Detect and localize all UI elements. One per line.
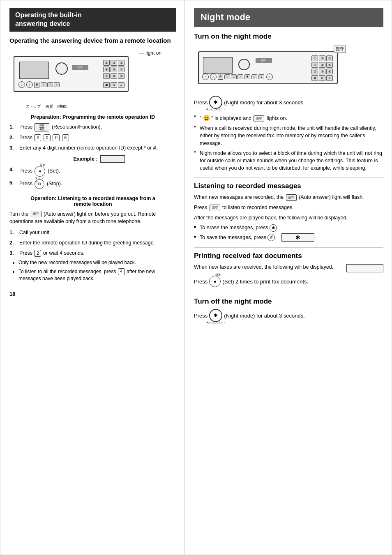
set-icon: 決定 ● — [209, 276, 221, 287]
step-5: 5. Press ストップ ⊖ (Stop). — [9, 179, 176, 189]
bottom-labels: ストップ 画質 （機能） — [26, 104, 69, 109]
listening-intro: When new messages are recorded, the 固守 (… — [194, 193, 383, 201]
night-mode-title: Night mode — [194, 8, 383, 27]
night-mode-star-icon-2: ✱かんたんモード ✱ — [209, 309, 222, 322]
example-row: Example : — [22, 155, 176, 163]
op-bullet-list: Only the new recorded messages will be p… — [9, 259, 176, 282]
op-bullet-2: To listen to all the recorded messages, … — [18, 268, 176, 283]
turn-on-heading: Turn on the night mode — [194, 32, 383, 41]
light-on-label: — light on — [139, 50, 161, 56]
erase-bullet: To erase the messages, press ✱. — [194, 224, 383, 232]
op-step-1: 1. Call your unit. — [9, 229, 176, 237]
listening-heading: Listening to recorded messages — [194, 177, 383, 190]
step-3: 3. Enter any 4-digit number (remote oper… — [9, 144, 176, 152]
main-title: Operating the built-in answering device — [9, 8, 176, 32]
listening-after: After the messages are played back, the … — [194, 214, 383, 222]
left-column: Operating the built-in answering device … — [0, 0, 185, 555]
listening-erase-save: To erase the messages, press ✱. To save … — [194, 224, 383, 242]
turnoff-heading: Turn off the night mode — [194, 293, 383, 306]
auto-answer-icon-2: 固守 — [286, 194, 297, 201]
op-bullet-1: Only the new recorded messages will be p… — [18, 259, 176, 266]
op-step-3: 3. Press 2 or wait 4 seconds. — [9, 249, 176, 257]
device-diagram-right: ①②③ ④⑤⑥ ⑦⑧⑨ ✱0# ○ ○ θ ○ ○ ○ — [198, 46, 346, 89]
printing-heading: Printing received fax documents — [194, 247, 383, 260]
auto-answer-icon-left: 固守 — [31, 211, 42, 217]
press-night-mode-line: Press ✱かんたんモード ✱ (Night mode) for about … — [194, 96, 383, 109]
bullet-1: " 😀 " is displayed and 固守 lights on. — [194, 114, 383, 122]
night-mode-bullets: " 😀 " is displayed and 固守 lights on. Whe… — [194, 114, 383, 172]
device-diagram-left: ①②③ ④⑤⑥ ⑦⑧⑨ ✱0# ○ ○ θ ○ ○ ○ — [14, 48, 161, 102]
listening-press-line: Press 固守 to listen to recorded messages. — [194, 204, 383, 212]
auto-answer-press-icon: 固守 — [210, 205, 220, 211]
printing-set-line: Press 決定 ● (Set) 2 times to print fax do… — [194, 276, 383, 287]
night-mode-star-icon: ✱かんたんモード ✱ — [209, 96, 222, 109]
step-4: 4. Press 決定 ● (Set). — [9, 166, 176, 177]
step-1: 1. Press 画質 機能 (Resolution/Function). — [9, 123, 176, 131]
operation-heading: Operation: Listening to a recorded messa… — [9, 196, 176, 207]
printing-intro: When new faxes are received, the followi… — [194, 263, 343, 271]
step-2: 2. Press # 0 0 6. — [9, 134, 176, 142]
steps-4-5: 4. Press 決定 ● (Set). 5. Press ストップ ⊖ — [9, 166, 176, 189]
page-number: 18 — [9, 291, 176, 297]
save-bullet: To save the messages, press #. — [194, 234, 277, 242]
prep-heading: Preparation: Programming the remote oper… — [9, 114, 176, 120]
right-column: Night mode Turn on the night mode ①②③ ④⑤… — [185, 0, 392, 555]
bullet-3: Night mode allows you to select a block … — [194, 150, 383, 172]
operation-steps: 1. Call your unit. 2. Enter the remote o… — [9, 229, 176, 257]
turnoff-press-line: Press ✱かんたんモード ✱ (Night mode) for about … — [194, 309, 383, 322]
night-mode-badge: 固守 — [334, 46, 346, 53]
bullet-2: When a call is received during night mod… — [194, 124, 383, 147]
op-step-2: 2. Enter the remote operation ID during … — [9, 239, 176, 247]
operation-intro: Turn the 固守 (Auto answer) light on befor… — [9, 210, 176, 226]
fax-display-box — [346, 264, 383, 272]
asterisk-display-box: ✱ — [281, 233, 314, 242]
steps-list: 1. Press 画質 機能 (Resolution/Function). 2.… — [9, 123, 176, 152]
auto-answer-icon: 固守 — [254, 115, 264, 122]
resolution-function-icon: 画質 機能 — [35, 123, 49, 131]
sub-title: Operating the answering device from a re… — [9, 37, 176, 45]
